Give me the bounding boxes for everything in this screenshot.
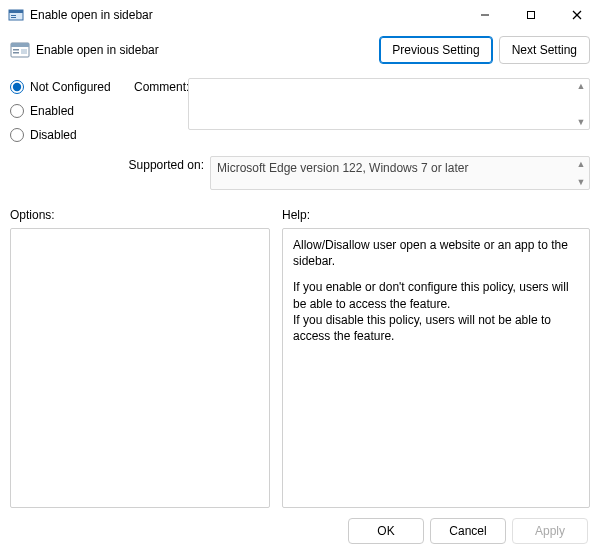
- radio-not-configured[interactable]: Not Configured: [10, 80, 128, 94]
- radio-disabled[interactable]: Disabled: [10, 128, 128, 142]
- comment-column: Comment: ▲ ▼: [134, 78, 590, 152]
- policy-icon: [10, 41, 30, 59]
- supported-text: Microsoft Edge version 122, Windows 7 or…: [210, 156, 590, 190]
- header: Enable open in sidebar Previous Setting …: [0, 30, 600, 74]
- help-label: Help:: [282, 208, 590, 222]
- help-text-3: If you disable this policy, users will n…: [293, 312, 579, 344]
- scroll-down-icon[interactable]: ▼: [575, 116, 587, 128]
- radio-disabled-input[interactable]: [10, 128, 24, 142]
- previous-setting-button[interactable]: Previous Setting: [379, 36, 492, 64]
- panel-labels: Options: Help:: [0, 204, 600, 224]
- help-text-2: If you enable or don't configure this po…: [293, 279, 579, 311]
- titlebar: Enable open in sidebar: [0, 0, 600, 30]
- supported-row: Supported on: Microsoft Edge version 122…: [0, 156, 600, 204]
- radio-not-configured-label: Not Configured: [30, 80, 111, 94]
- policy-title: Enable open in sidebar: [36, 43, 373, 57]
- svg-rect-9: [11, 43, 29, 47]
- cancel-button[interactable]: Cancel: [430, 518, 506, 544]
- maximize-button[interactable]: [508, 0, 554, 30]
- supported-value: Microsoft Edge version 122, Windows 7 or…: [217, 161, 468, 175]
- next-setting-button[interactable]: Next Setting: [499, 36, 590, 64]
- supported-label: Supported on:: [128, 156, 210, 172]
- radio-enabled-label: Enabled: [30, 104, 74, 118]
- options-panel: [10, 228, 270, 508]
- minimize-button[interactable]: [462, 0, 508, 30]
- ok-button[interactable]: OK: [348, 518, 424, 544]
- comment-textarea[interactable]: ▲ ▼: [188, 78, 590, 130]
- options-label: Options:: [10, 208, 270, 222]
- radio-disabled-label: Disabled: [30, 128, 77, 142]
- scroll-down-icon[interactable]: ▼: [575, 176, 587, 188]
- svg-rect-12: [21, 49, 27, 54]
- close-button[interactable]: [554, 0, 600, 30]
- svg-rect-10: [13, 49, 19, 51]
- svg-rect-5: [528, 12, 535, 19]
- radio-enabled[interactable]: Enabled: [10, 104, 128, 118]
- window-title: Enable open in sidebar: [30, 8, 462, 22]
- config-row: Not Configured Enabled Disabled Comment:…: [0, 74, 600, 156]
- help-panel: Allow/Disallow user open a website or an…: [282, 228, 590, 508]
- scroll-up-icon[interactable]: ▲: [575, 158, 587, 170]
- svg-rect-2: [11, 15, 16, 16]
- panels: Allow/Disallow user open a website or an…: [0, 224, 600, 508]
- scroll-up-icon[interactable]: ▲: [575, 80, 587, 92]
- footer: OK Cancel Apply: [0, 508, 600, 556]
- state-radios: Not Configured Enabled Disabled: [10, 78, 128, 152]
- help-text-1: Allow/Disallow user open a website or an…: [293, 237, 579, 269]
- comment-field: Comment: ▲ ▼: [134, 78, 590, 130]
- radio-enabled-input[interactable]: [10, 104, 24, 118]
- radio-not-configured-input[interactable]: [10, 80, 24, 94]
- app-icon: [8, 7, 24, 23]
- apply-button: Apply: [512, 518, 588, 544]
- svg-rect-1: [9, 10, 23, 13]
- comment-label: Comment:: [134, 78, 188, 94]
- svg-rect-11: [13, 52, 19, 54]
- svg-rect-3: [11, 17, 16, 18]
- window-controls: [462, 0, 600, 30]
